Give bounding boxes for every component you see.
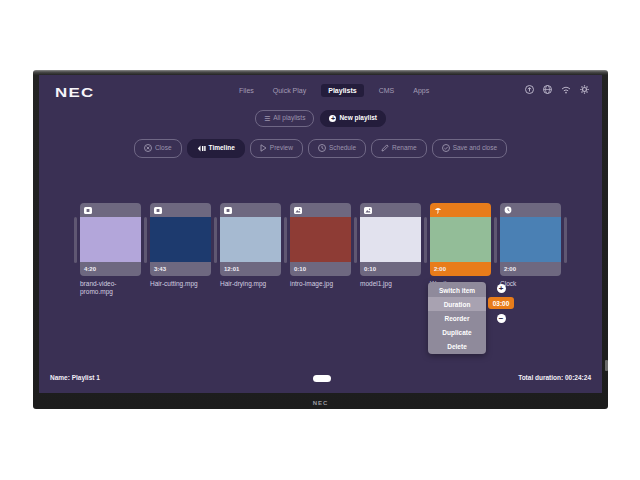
playlist-name-label: Name: Playlist 1 bbox=[50, 374, 100, 381]
timeline-drop-handle[interactable] bbox=[424, 217, 427, 263]
menu-item-delete[interactable]: Delete bbox=[428, 339, 486, 353]
umbrella-icon bbox=[434, 206, 442, 214]
film-icon bbox=[154, 207, 162, 214]
tab-files[interactable]: Files bbox=[235, 84, 258, 97]
new-playlist-label: New playlist bbox=[339, 115, 377, 122]
status-icon-group bbox=[525, 85, 589, 94]
preview-button[interactable]: Preview bbox=[250, 139, 303, 158]
playlist-action-row: ☰ All playlists + New playlist bbox=[39, 110, 602, 127]
thumbnail bbox=[220, 217, 281, 262]
film-icon bbox=[224, 207, 232, 214]
schedule-label: Schedule bbox=[329, 145, 356, 152]
timeline-drop-handle[interactable] bbox=[564, 217, 567, 263]
update-icon[interactable] bbox=[525, 85, 534, 94]
menu-item-reorder[interactable]: Reorder bbox=[428, 311, 486, 325]
duration-decrease-button[interactable]: − bbox=[497, 314, 506, 323]
close-label: Close bbox=[155, 145, 172, 152]
rename-label: Rename bbox=[392, 145, 417, 152]
duration-badge: 0:10 bbox=[364, 266, 376, 272]
tab-playlists[interactable]: Playlists bbox=[321, 84, 363, 97]
save-and-close-button[interactable]: Save and close bbox=[432, 139, 507, 158]
item-filename: model1.jpg bbox=[360, 280, 421, 288]
new-playlist-button[interactable]: + New playlist bbox=[320, 110, 386, 127]
menu-item-switch-item[interactable]: Switch item bbox=[428, 283, 486, 297]
thumbnail bbox=[80, 217, 141, 262]
thumbnail bbox=[500, 217, 561, 262]
footer-pill-indicator[interactable] bbox=[313, 375, 331, 382]
timeline-drop-handle[interactable] bbox=[214, 217, 217, 263]
timeline-label: Timeline bbox=[209, 145, 235, 152]
tab-cms[interactable]: CMS bbox=[375, 84, 399, 97]
plus-icon: + bbox=[329, 115, 336, 122]
image-icon bbox=[294, 207, 302, 214]
globe-icon[interactable] bbox=[543, 85, 552, 94]
duration-badge: 12:01 bbox=[224, 266, 239, 272]
item-filename: Hair-cutting.mpg bbox=[150, 280, 211, 288]
timeline-button[interactable]: Timeline bbox=[187, 139, 245, 158]
check-circle-icon bbox=[442, 144, 450, 153]
monitor-bezel: NEC Files Quick Play Playlists CMS Apps bbox=[33, 70, 608, 409]
display-screen: NEC Files Quick Play Playlists CMS Apps bbox=[39, 75, 602, 393]
thumbnail bbox=[290, 217, 351, 262]
timeline-item-weather-selected[interactable]: 2:00 Weather bbox=[430, 203, 491, 288]
nec-logo: NEC bbox=[55, 85, 95, 100]
wifi-icon[interactable] bbox=[561, 85, 571, 94]
tab-apps[interactable]: Apps bbox=[409, 84, 433, 97]
hamburger-icon: ☰ bbox=[264, 115, 270, 122]
editor-toolbar: Close Timeline Preview Schedule bbox=[39, 139, 602, 158]
timeline-drop-handle[interactable] bbox=[284, 217, 287, 263]
timeline-item-hair-cutting[interactable]: 3:43 Hair-cutting.mpg bbox=[150, 203, 211, 288]
schedule-button[interactable]: Schedule bbox=[308, 139, 366, 158]
close-icon bbox=[144, 144, 152, 153]
bezel-nec-logo: NEC bbox=[313, 400, 329, 406]
main-nav: Files Quick Play Playlists CMS Apps bbox=[235, 84, 433, 97]
play-icon bbox=[260, 144, 267, 153]
thumbnail bbox=[430, 217, 491, 262]
duration-value: 03:00 bbox=[488, 297, 514, 309]
timeline-drop-handle[interactable] bbox=[74, 217, 77, 263]
timeline-item-hair-drying[interactable]: 12:01 Hair-drying.mpg bbox=[220, 203, 281, 288]
timeline-item-brand-video[interactable]: 4:20 brand-video-promo.mpg bbox=[80, 203, 141, 297]
menu-item-duration[interactable]: Duration bbox=[428, 297, 486, 311]
close-button[interactable]: Close bbox=[134, 139, 182, 158]
total-duration-label: Total duration: 00:24:24 bbox=[518, 374, 591, 381]
clock-widget-icon bbox=[504, 206, 512, 214]
item-filename: brand-video-promo.mpg bbox=[80, 280, 141, 297]
duration-badge: 4:20 bbox=[84, 266, 96, 272]
image-icon bbox=[364, 207, 372, 214]
settings-gear-icon[interactable] bbox=[580, 85, 589, 94]
item-context-menu: Switch item Duration Reorder Duplicate D… bbox=[428, 282, 486, 354]
save-and-close-label: Save and close bbox=[453, 145, 497, 152]
rename-button[interactable]: Rename bbox=[371, 139, 427, 158]
duration-increase-button[interactable]: + bbox=[497, 284, 506, 293]
thumbnail bbox=[150, 217, 211, 262]
all-playlists-button[interactable]: ☰ All playlists bbox=[255, 110, 314, 127]
timeline-drop-handle[interactable] bbox=[494, 217, 497, 263]
pencil-icon bbox=[381, 144, 389, 153]
duration-stepper: + 03:00 − bbox=[488, 284, 514, 323]
timeline-drop-handle[interactable] bbox=[354, 217, 357, 263]
preview-label: Preview bbox=[270, 145, 293, 152]
timeline-item-intro-image[interactable]: 0:10 intro-image.jpg bbox=[290, 203, 351, 288]
duration-badge: 3:43 bbox=[154, 266, 166, 272]
timeline-drop-handle[interactable] bbox=[144, 217, 147, 263]
film-icon bbox=[84, 207, 92, 214]
duration-badge: 2:00 bbox=[434, 266, 446, 272]
timeline-icon bbox=[197, 145, 206, 153]
tab-quick-play[interactable]: Quick Play bbox=[269, 84, 310, 97]
timeline-track: 4:20 brand-video-promo.mpg 3:43 Hair-cut… bbox=[39, 203, 602, 297]
item-filename: Hair-drying.mpg bbox=[220, 280, 281, 288]
timeline-item-model1[interactable]: 0:10 model1.jpg bbox=[360, 203, 421, 288]
bezel-power-notch bbox=[605, 360, 608, 371]
timeline-item-clock[interactable]: 2:00 Clock bbox=[500, 203, 561, 288]
clock-icon bbox=[318, 144, 326, 153]
all-playlists-label: All playlists bbox=[273, 115, 305, 122]
duration-badge: 0:10 bbox=[294, 266, 306, 272]
menu-item-duplicate[interactable]: Duplicate bbox=[428, 325, 486, 339]
thumbnail bbox=[360, 217, 421, 262]
duration-badge: 2:00 bbox=[504, 266, 516, 272]
item-filename: intro-image.jpg bbox=[290, 280, 351, 288]
